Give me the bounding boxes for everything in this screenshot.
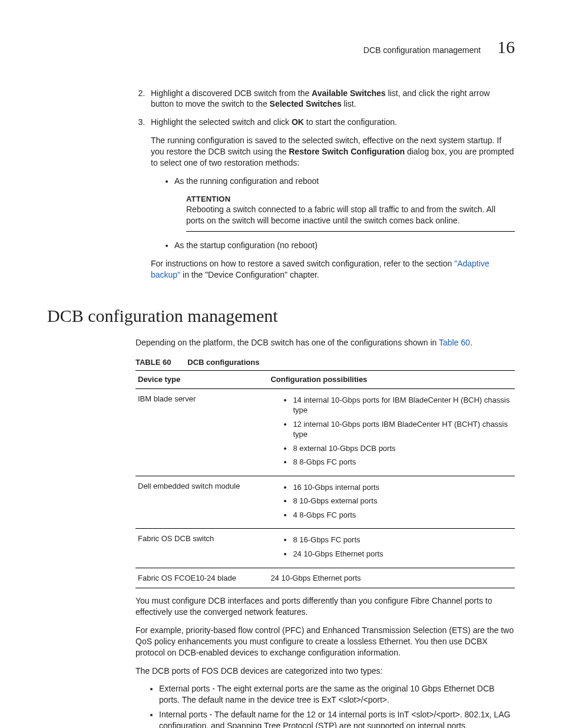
config-item: 8 10-Gbps external ports [293, 496, 513, 506]
body-para-3: The DCB ports of FOS DCB devices are cat… [135, 666, 515, 677]
step-3: Highlight the selected switch and click … [147, 117, 515, 280]
device-type-cell: Dell embedded switch module [135, 476, 268, 529]
config-cell: 8 16-Gbps FC ports24 10-Gbps Ethernet po… [268, 529, 515, 568]
config-item: 4 8-Gbps FC ports [293, 510, 513, 521]
dcb-configurations-table: Device type Configuration possibilities … [135, 370, 515, 588]
step-2-bold-1: Available Switches [312, 88, 386, 98]
device-type-cell: Fabric OS FCOE10-24 blade [135, 568, 268, 588]
table-row: Fabric OS DCB switch8 16-Gbps FC ports24… [135, 529, 515, 568]
body-para-2: For example, priority-based flow control… [135, 625, 515, 658]
header-chapter-number: 16 [497, 35, 515, 60]
step-2-bold-2: Selected Switches [270, 99, 342, 108]
option-startup-config: As the startup configuration (no reboot) [174, 240, 515, 251]
step-3-bold-1: OK [292, 117, 304, 127]
table-60-link[interactable]: Table 60 [439, 338, 470, 347]
restoration-options-2: As the startup configuration (no reboot) [151, 240, 515, 251]
section-heading: DCB configuration management [47, 304, 515, 328]
step-3-text-1: Highlight the selected switch and click [151, 117, 292, 127]
col-device-type: Device type [135, 371, 268, 389]
config-item: 12 internal 10-Gbps ports IBM BladeCente… [293, 419, 513, 440]
external-ports-item: External ports - The eight external port… [159, 683, 515, 706]
internal-ports-item: Internal ports - The default name for th… [159, 709, 515, 728]
config-cell: 24 10-Gbps Ethernet ports [268, 568, 515, 588]
restore-ref-post: in the "Device Configuration" chapter. [180, 270, 319, 279]
config-item: 8 16-Gbps FC ports [293, 535, 513, 545]
section-intro: Depending on the platform, the DCB switc… [135, 337, 515, 348]
table-row: Dell embedded switch module16 10-Gbps in… [135, 476, 515, 529]
step-3-text-2: to start the configuration. [304, 117, 397, 127]
step-3-description: The running configuration is saved to th… [151, 135, 515, 169]
attention-block: ATTENTION Rebooting a switch connected t… [186, 194, 515, 232]
page-header: DCB configuration management 16 [47, 35, 515, 60]
restore-ref-pre: For instructions on how to restore a sav… [151, 259, 454, 268]
step-2: Highlight a discovered DCB switch from t… [147, 88, 515, 110]
table-number: TABLE 60 [135, 358, 171, 367]
restore-reference: For instructions on how to restore a sav… [151, 258, 515, 281]
header-title: DCB configuration management [363, 45, 481, 56]
intro-post: . [470, 338, 472, 347]
body-para-1: You must configure DCB interfaces and po… [135, 595, 515, 618]
config-item: 24 10-Gbps Ethernet ports [293, 549, 513, 559]
config-cell: 16 10-Gbps internal ports8 10-Gbps exter… [268, 476, 515, 529]
config-item: 16 10-Gbps internal ports [293, 482, 513, 493]
config-item: 8 8-Gbps FC ports [293, 457, 513, 467]
restoration-options-1: As the running configuration and reboot [151, 176, 515, 187]
col-config-possibilities: Configuration possibilities [268, 371, 515, 389]
table-caption: DCB configurations [187, 358, 259, 367]
step-2-text-1: Highlight a discovered DCB switch from t… [151, 88, 312, 98]
step-2-text-3: list. [342, 99, 356, 108]
section-content: Depending on the platform, the DCB switc… [135, 337, 515, 728]
step-3-desc-bold: Restore Switch Configuration [289, 147, 405, 156]
device-type-cell: IBM blade server [135, 388, 268, 476]
table-row: Fabric OS FCOE10-24 blade24 10-Gbps Ethe… [135, 568, 515, 588]
port-types-list: External ports - The eight external port… [135, 683, 515, 728]
table-label: TABLE 60 DCB configurations [135, 357, 515, 368]
device-type-cell: Fabric OS DCB switch [135, 529, 268, 568]
option-running-config: As the running configuration and reboot [174, 176, 515, 187]
attention-label: ATTENTION [186, 194, 515, 205]
table-header-row: Device type Configuration possibilities [135, 371, 515, 389]
attention-body: Rebooting a switch connected to a fabric… [186, 204, 515, 226]
table-row: IBM blade server14 internal 10-Gbps port… [135, 388, 515, 476]
procedure-steps: Highlight a discovered DCB switch from t… [135, 88, 515, 281]
config-cell: 14 internal 10-Gbps ports for IBM BladeC… [268, 388, 515, 476]
main-content: Highlight a discovered DCB switch from t… [135, 88, 515, 281]
config-item: 14 internal 10-Gbps ports for IBM BladeC… [293, 395, 513, 416]
intro-pre: Depending on the platform, the DCB switc… [135, 338, 439, 347]
config-item: 8 external 10-Gbps DCB ports [293, 443, 513, 454]
